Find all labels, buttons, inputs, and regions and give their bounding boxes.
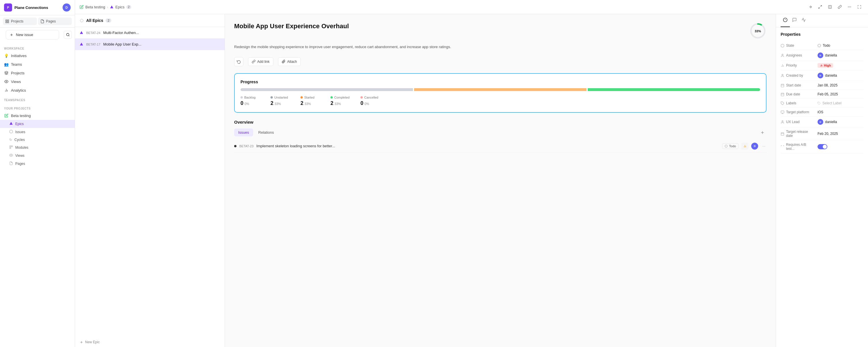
sidebar-item-modules[interactable]: Modules (0, 144, 75, 152)
toolbar-actions (806, 3, 863, 11)
stat-started: Started 2 33% (301, 96, 323, 106)
grid-icon (5, 19, 9, 23)
epic-row-betat24[interactable]: BETAT-24 Multi-Factor Authen... (75, 27, 225, 39)
priority-prop-icon (781, 64, 784, 67)
pages-nav-button[interactable]: Pages (38, 18, 72, 25)
main-area: Beta testing › Epics 2 (75, 0, 868, 347)
search-button[interactable] (64, 31, 72, 39)
epic-triangle-icon (80, 31, 83, 35)
eye-icon-sub (9, 153, 13, 157)
bar-chart-icon (4, 88, 9, 93)
sidebar-item-epics[interactable]: Epics (0, 120, 75, 128)
issue-row: BETAT-23 Implement skeleton loading scre… (234, 140, 767, 153)
sidebar-item-projects[interactable]: Projects (0, 69, 75, 77)
tab-issues[interactable]: Issues (234, 129, 253, 136)
add-issue-button[interactable] (758, 129, 767, 136)
your-projects-section: YOUR PROJECTS Beta testing Epics Issues (0, 104, 75, 169)
split-view-button[interactable] (826, 3, 834, 11)
breadcrumb-section[interactable]: Epics (115, 5, 125, 9)
sidebar-item-views-project[interactable]: Views (0, 152, 75, 160)
attach-button[interactable]: Attach (278, 57, 301, 66)
overview-header: Overview (234, 120, 767, 125)
issue-status[interactable]: Todo (722, 143, 739, 149)
epic-row-betat17[interactable]: BETAT-17 Mobile App User Exp... (75, 39, 225, 50)
tab-relations[interactable]: Relations (254, 129, 278, 136)
projects-nav-button[interactable]: Projects (3, 18, 37, 25)
plus-icon (9, 33, 13, 37)
svg-point-45 (818, 44, 821, 47)
sidebar-item-cycles[interactable]: ↻ Cycles (0, 136, 75, 144)
sidebar-item-views[interactable]: Views (0, 77, 75, 86)
user-avatar[interactable]: D (63, 3, 71, 11)
prop-tab-comments[interactable] (790, 14, 799, 27)
created-by-avatar: D (817, 73, 823, 78)
prop-tab-info[interactable] (781, 14, 790, 27)
due-date-icon (781, 93, 784, 96)
svg-rect-17 (10, 148, 11, 149)
sidebar-item-pages-project[interactable]: Pages (0, 160, 75, 168)
expand-button[interactable] (816, 3, 824, 11)
properties-content: Properties State Todo (776, 27, 868, 158)
epic-id-2: BETAT-17 (86, 43, 100, 46)
issue-avatar: D (751, 143, 758, 150)
svg-rect-16 (11, 146, 13, 147)
priority-badge: High (817, 63, 833, 68)
triangle-breadcrumb-icon (110, 5, 114, 9)
fullscreen-icon (857, 5, 861, 9)
sidebar-item-beta-testing[interactable]: Beta testing (0, 111, 75, 120)
unstarted-dot (271, 96, 273, 99)
svg-rect-2 (6, 22, 7, 23)
issue-more-button[interactable]: ··· (761, 143, 767, 149)
add-link-button[interactable]: Add link (248, 57, 273, 66)
pencil-breadcrumb-icon (80, 5, 84, 9)
epic-title-1: Multi-Factor Authen... (103, 31, 220, 35)
svg-rect-54 (781, 84, 784, 87)
state-value-icon (817, 44, 821, 47)
file-icon (40, 19, 44, 23)
prop-labels: Labels Select Label (781, 99, 863, 108)
add-epic-button[interactable]: New Epic (75, 337, 225, 347)
progress-card-label: Progress (241, 80, 760, 84)
attach-label: Attach (287, 60, 297, 64)
more-button[interactable] (845, 3, 854, 11)
refresh-icon (237, 60, 241, 64)
backlog-dot (241, 96, 243, 99)
breadcrumb-project[interactable]: Beta testing (85, 5, 105, 9)
overview-tabs: Issues Relations (234, 129, 278, 136)
toggle-knob (823, 145, 827, 149)
svg-point-66 (782, 121, 783, 122)
center-content: All Epics 2 BETAT-24 Multi-Factor Authen… (75, 14, 868, 347)
issue-priority[interactable] (741, 143, 748, 150)
prop-target-release-date: Target release date Feb 20, 2025 (781, 127, 863, 140)
arrow-right-button[interactable] (806, 3, 814, 11)
more-icon (847, 5, 851, 9)
attach-icon (282, 60, 285, 63)
prop-tab-activity[interactable] (799, 14, 808, 27)
list-title: All Epics (86, 18, 103, 23)
new-issue-button[interactable]: New issue (6, 30, 59, 39)
svg-point-53 (782, 74, 783, 75)
link-button[interactable] (836, 3, 844, 11)
sidebar-item-issues[interactable]: Issues (0, 128, 75, 136)
svg-point-44 (781, 44, 784, 47)
workspace-icon: P (4, 3, 12, 11)
ab-test-toggle[interactable] (817, 144, 827, 149)
users-icon: 👥 (4, 62, 9, 67)
refresh-button[interactable] (234, 57, 243, 66)
properties-title: Properties (781, 32, 863, 37)
comment-icon (792, 18, 797, 22)
platform-icon (781, 111, 784, 114)
sidebar-item-initiatives[interactable]: 💡 Initiatives (0, 51, 75, 60)
sidebar-item-analytics[interactable]: Analytics (0, 86, 75, 95)
svg-point-26 (849, 7, 850, 7)
stat-completed: Completed 2 33% (331, 96, 353, 106)
overview-section: Overview Issues Relations BETAT-23 (234, 120, 767, 153)
workspace-name: Plane Connections (14, 5, 48, 10)
file-icon-sub (9, 161, 13, 165)
sidebar-header: P Plane Connections D (0, 0, 75, 15)
link-action-icon (252, 60, 255, 63)
progress-bar-unstarted (241, 88, 413, 91)
prop-start-date: Start date Jan 08, 2025 (781, 81, 863, 90)
fullscreen-button[interactable] (855, 3, 863, 11)
sidebar-item-teams[interactable]: 👥 Teams (0, 60, 75, 69)
